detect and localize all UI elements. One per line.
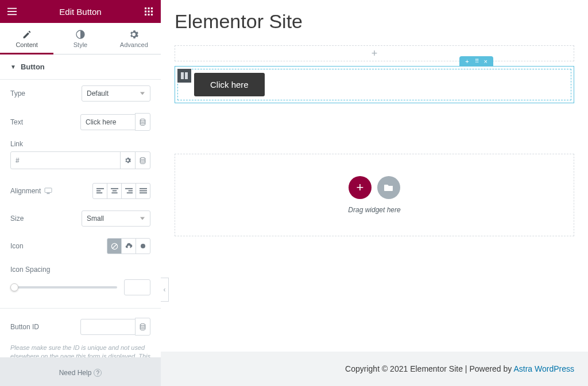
control-size: Size Small (0, 205, 161, 232)
panel-title: Edit Button (17, 7, 144, 17)
widgets-grid-icon[interactable] (144, 6, 154, 17)
desktop-icon[interactable] (44, 188, 52, 194)
menu-icon[interactable] (7, 6, 17, 17)
database-icon (140, 119, 146, 126)
control-type: Type Default (0, 80, 161, 107)
svg-rect-4 (148, 7, 149, 9)
text-label: Text (10, 118, 23, 126)
svg-line-30 (112, 244, 116, 248)
svg-rect-28 (140, 192, 147, 193)
svg-rect-11 (151, 14, 153, 15)
help-icon: ? (94, 369, 102, 377)
panel-collapse-button[interactable]: ‹ (161, 278, 169, 302)
database-icon (140, 157, 146, 164)
svg-rect-18 (96, 190, 100, 191)
section-add-icon[interactable]: + (465, 59, 469, 65)
button-id-input[interactable] (80, 319, 136, 335)
tab-style[interactable]: Style (53, 23, 107, 54)
align-justify-button[interactable] (136, 183, 150, 199)
dynamic-tags-button[interactable] (135, 318, 150, 336)
svg-rect-33 (185, 72, 188, 79)
preview-canvas: ‹ Elementor Site + + ⠿ × Click here + Dr… (161, 0, 588, 386)
align-right-button[interactable] (121, 183, 136, 199)
svg-rect-16 (47, 193, 50, 194)
align-center-button[interactable] (107, 183, 122, 199)
section-selected[interactable]: + ⠿ × Click here (175, 66, 574, 103)
pencil-icon (22, 30, 32, 39)
footer-theme-link[interactable]: Astra WordPress (513, 364, 574, 373)
icon-none-button[interactable] (107, 238, 122, 254)
link-label: Link (10, 140, 150, 148)
add-section-button[interactable]: + (349, 176, 372, 199)
svg-rect-19 (96, 192, 102, 193)
link-options-button[interactable] (120, 151, 136, 169)
icon-upload-button[interactable] (121, 238, 136, 254)
svg-point-13 (140, 119, 145, 120)
drag-widget-hint: Drag widget here (348, 206, 400, 214)
empty-section[interactable]: + Drag widget here (175, 154, 574, 236)
svg-rect-6 (145, 10, 146, 12)
icon-library-button[interactable] (136, 238, 150, 254)
section-drag-icon[interactable]: ⠿ (475, 59, 478, 64)
svg-rect-2 (7, 14, 17, 15)
control-link: Link (0, 137, 161, 177)
align-left-button[interactable] (92, 183, 107, 199)
text-input[interactable] (80, 114, 136, 130)
slider-thumb[interactable] (10, 283, 18, 291)
icon-spacing-value[interactable] (124, 279, 150, 295)
control-button-id: Button ID (0, 312, 161, 341)
icon-label: Icon (10, 242, 24, 250)
tab-content[interactable]: Content (0, 23, 53, 54)
svg-rect-3 (145, 7, 146, 9)
site-title: Elementor Site (161, 0, 588, 45)
svg-rect-32 (181, 72, 184, 79)
button-widget[interactable]: Click here (194, 73, 265, 96)
section-button-label: Button (21, 63, 45, 71)
svg-rect-25 (126, 192, 132, 193)
svg-rect-10 (148, 14, 149, 15)
alignment-label: Alignment (10, 187, 52, 195)
svg-rect-22 (111, 192, 117, 193)
svg-rect-20 (111, 188, 118, 189)
size-select[interactable]: Small (82, 210, 150, 227)
section-button-toggle[interactable]: ▼ Button (0, 54, 161, 80)
svg-rect-23 (125, 188, 133, 189)
panel-tabs: Content Style Advanced (0, 23, 161, 54)
svg-point-31 (140, 323, 145, 325)
column-icon (181, 72, 188, 79)
folder-icon (384, 184, 393, 192)
type-select[interactable]: Default (82, 85, 150, 102)
size-label: Size (10, 215, 24, 223)
column-handle[interactable] (177, 69, 191, 83)
tab-advanced[interactable]: Advanced (107, 23, 161, 54)
svg-point-14 (140, 157, 145, 159)
icon-spacing-slider[interactable] (10, 286, 117, 288)
icon-spacing-label: Icon Spacing (10, 266, 50, 274)
add-section-bar[interactable]: + (175, 45, 574, 61)
tab-advanced-label: Advanced (120, 41, 148, 48)
link-input[interactable] (10, 151, 121, 169)
section-toolbar: + ⠿ × (459, 56, 493, 67)
dynamic-tags-button[interactable] (135, 113, 150, 131)
button-id-label: Button ID (10, 323, 39, 331)
database-icon (140, 323, 146, 330)
section-close-icon[interactable]: × (484, 59, 488, 65)
type-label: Type (10, 89, 25, 98)
need-help-link[interactable]: Need Help? (0, 357, 161, 386)
control-alignment: Alignment (0, 177, 161, 205)
svg-rect-21 (112, 190, 116, 191)
control-text: Text (0, 107, 161, 137)
caret-down-icon: ▼ (10, 64, 16, 70)
icon-spacing-slider-row (0, 275, 161, 305)
column[interactable]: Click here (177, 69, 571, 100)
plus-icon: + (372, 48, 378, 60)
panel-header: Edit Button (0, 0, 161, 23)
separator (0, 308, 161, 309)
svg-rect-1 (7, 11, 17, 12)
control-icon-spacing: Icon Spacing (0, 260, 161, 275)
gear-icon (125, 157, 131, 163)
dynamic-tags-button[interactable] (135, 151, 150, 169)
template-library-button[interactable] (377, 176, 400, 199)
svg-rect-7 (148, 10, 149, 12)
plus-icon: + (357, 180, 364, 195)
